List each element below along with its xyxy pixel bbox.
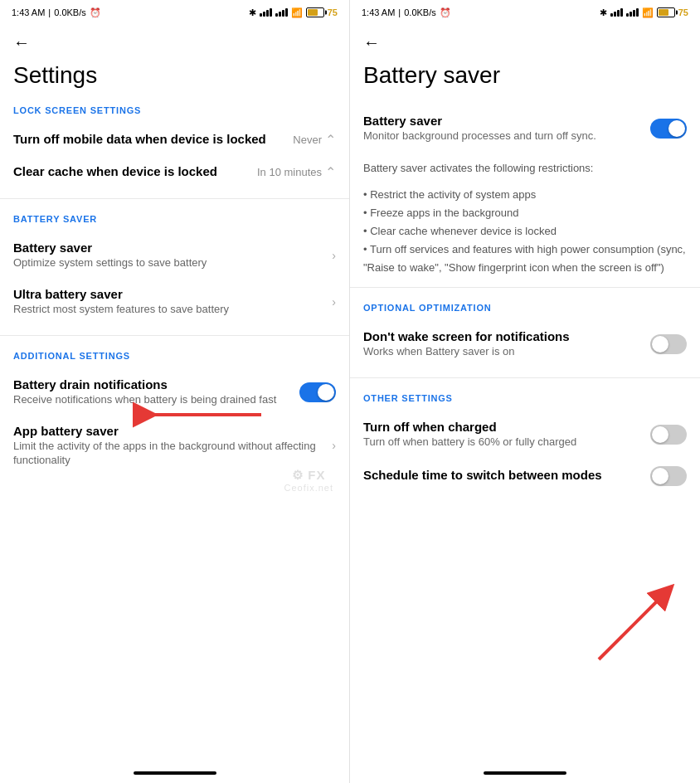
no-wake-subtitle: Works when Battery saver is on	[363, 345, 642, 359]
toggle-knob-main	[668, 120, 685, 137]
restriction-4: Turn off services and features with high…	[363, 241, 687, 277]
no-wake-title: Don't wake screen for notifications	[363, 329, 642, 343]
schedule-time-title: Schedule time to switch between modes	[363, 468, 642, 482]
drain-notifications-subtitle: Receive notifications when battery is be…	[13, 393, 291, 407]
battery-pct-right: 75	[678, 7, 688, 17]
setting-clear-cache[interactable]: Clear cache when device is locked In 10 …	[13, 156, 336, 188]
restrictions-list: Restrict the activity of system apps Fre…	[363, 186, 687, 277]
ultra-battery-subtitle: Restrict most system features to save ba…	[13, 303, 332, 317]
main-toggle-content: Battery saver Monitor background process…	[363, 114, 642, 143]
restriction-2: Freeze apps in the background	[363, 204, 687, 222]
network-left: 0.0KB/s	[54, 7, 86, 17]
setting-turn-off-charged[interactable]: Turn off when charged Turn off when batt…	[363, 411, 687, 458]
rbar3	[617, 10, 620, 17]
toggle-schedule-time[interactable]	[650, 466, 687, 486]
toggle-no-wake[interactable]	[650, 334, 687, 354]
drain-notifications-content: Battery drain notifications Receive noti…	[13, 377, 291, 407]
toggle-knob-charged	[652, 426, 668, 443]
divider-right-2	[350, 377, 700, 378]
bar5	[275, 13, 278, 17]
chevron-mobile-data: ⌃	[325, 132, 336, 148]
section-header-optional: OPTIONAL OPTIMIZATION	[363, 303, 687, 313]
turn-off-charged-content: Turn off when charged Turn off when batt…	[363, 420, 642, 450]
turn-off-charged-subtitle: Turn off when battery is 60% or fully ch…	[363, 435, 642, 450]
chevron-app-battery: ›	[332, 439, 336, 452]
nav-bar-left[interactable]: ←	[0, 23, 349, 59]
back-button-left[interactable]: ←	[13, 33, 30, 51]
signal-bars-r2	[626, 8, 639, 17]
setting-ultra-battery[interactable]: Ultra battery saver Restrict most system…	[13, 279, 336, 325]
battery-icon-left	[306, 7, 324, 17]
bottom-pill-left	[134, 771, 216, 775]
status-left: 1:43 AM | 0.0KB/s ⏰	[12, 7, 101, 18]
divider-1	[0, 198, 349, 199]
battery-fill	[308, 9, 318, 16]
divider-right-1	[350, 287, 700, 288]
battery-pct-left: 75	[328, 7, 338, 17]
battery-saver-subtitle: Optimize system settings to save battery	[13, 256, 332, 270]
alarm-icon: ⏰	[90, 7, 101, 18]
left-content: Settings LOCK SCREEN SETTINGS Turn off m…	[0, 59, 349, 766]
app-battery-subtitle: Limit the activity of the apps in the ba…	[13, 440, 332, 468]
setting-battery-saver[interactable]: Battery saver Optimize system settings t…	[13, 232, 336, 279]
rbar2	[614, 12, 616, 17]
toggle-battery-saver-main[interactable]	[650, 119, 687, 139]
bottom-bar-right	[350, 766, 700, 783]
wifi-icon: 📶	[291, 7, 303, 18]
bottom-pill-right	[484, 771, 566, 775]
setting-app-battery[interactable]: App battery saver Limit the activity of …	[13, 416, 336, 476]
bluetooth-icon: ✱	[249, 7, 256, 18]
network-right: 0.0KB/s	[404, 7, 436, 17]
status-left-right: 1:43 AM | 0.0KB/s ⏰	[362, 7, 451, 18]
right-content: Battery saver Battery saver Monitor back…	[350, 59, 700, 766]
rbar1	[610, 13, 613, 17]
status-right-right: ✱ 📶 75	[600, 7, 688, 18]
restriction-3: Clear cache whenever device is locked	[363, 222, 687, 241]
divider-2	[0, 335, 349, 336]
turn-off-charged-title: Turn off when charged	[363, 420, 642, 434]
chevron-ultra-battery: ›	[332, 295, 336, 309]
bar2	[263, 12, 265, 17]
battery-fill-right	[659, 9, 669, 16]
back-button-right[interactable]: ←	[363, 33, 380, 51]
rbar4	[620, 8, 623, 17]
mobile-data-content: Turn off mobile data when device is lock…	[13, 132, 286, 148]
signal-bars-r1	[610, 8, 623, 17]
setting-mobile-data[interactable]: Turn off mobile data when device is lock…	[13, 124, 336, 156]
setting-schedule-time[interactable]: Schedule time to switch between modes	[363, 458, 687, 494]
bar7	[282, 10, 284, 17]
bar4	[270, 8, 272, 17]
signal-bars	[260, 8, 272, 17]
setting-drain-notifications[interactable]: Battery drain notifications Receive noti…	[13, 369, 336, 416]
no-wake-content: Don't wake screen for notifications Work…	[363, 329, 642, 359]
clear-cache-content: Clear cache when device is locked	[13, 164, 250, 180]
main-battery-toggle-item[interactable]: Battery saver Monitor background process…	[363, 105, 687, 152]
nav-bar-right[interactable]: ←	[350, 23, 700, 59]
rbar6	[630, 12, 632, 17]
signal-bars-2	[275, 8, 288, 17]
status-bar-left: 1:43 AM | 0.0KB/s ⏰ ✱	[0, 0, 349, 23]
page-title-left: Settings	[13, 62, 336, 89]
bar3	[266, 10, 269, 17]
setting-no-wake[interactable]: Don't wake screen for notifications Work…	[363, 321, 687, 367]
toggle-turn-off-charged[interactable]	[650, 425, 687, 445]
clear-cache-title: Clear cache when device is locked	[13, 164, 250, 178]
section-header-battery: BATTERY SAVER	[13, 214, 336, 224]
section-header-other: OTHER SETTINGS	[363, 393, 687, 403]
restrictions-intro: Battery saver activates the following re…	[363, 160, 687, 178]
battery-saver-title: Battery saver	[13, 241, 332, 255]
app-battery-title: App battery saver	[13, 424, 332, 438]
toggle-drain-notifications[interactable]	[299, 382, 336, 402]
toggle-knob-drain	[318, 384, 334, 401]
rbar5	[626, 13, 629, 17]
section-header-additional: ADDITIONAL SETTINGS	[13, 351, 336, 361]
network-speed-left: |	[48, 7, 51, 17]
mobile-data-title: Turn off mobile data when device is lock…	[13, 132, 286, 146]
restriction-1: Restrict the activity of system apps	[363, 186, 687, 204]
time-left: 1:43 AM	[12, 7, 45, 17]
toggle-knob-schedule	[652, 468, 668, 484]
ultra-battery-title: Ultra battery saver	[13, 287, 332, 301]
chevron-battery-saver: ›	[332, 249, 336, 262]
bluetooth-icon-right: ✱	[600, 7, 607, 18]
alarm-icon-right: ⏰	[440, 7, 451, 18]
